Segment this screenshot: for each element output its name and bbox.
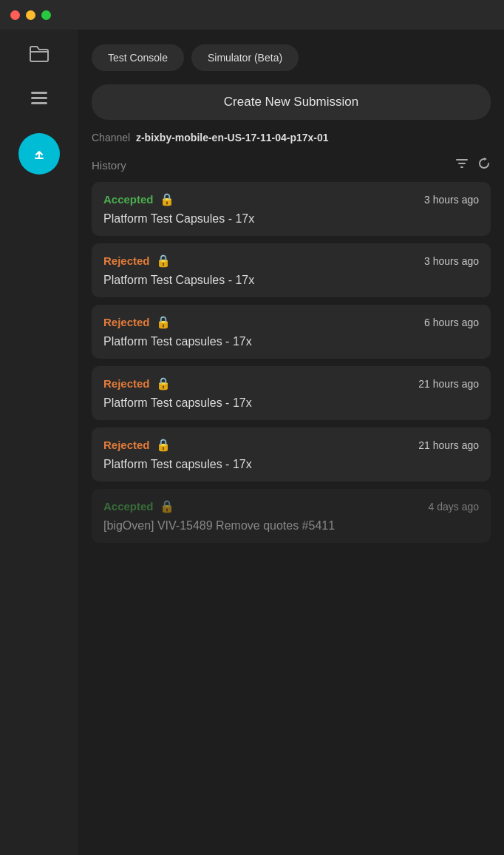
time-label: 21 hours ago [418,439,479,451]
history-title: History [92,159,126,172]
status-container: Accepted 🔒 [103,192,174,206]
status-container: Rejected 🔒 [103,376,171,391]
main-content: Test Console Simulator (Beta) Create New… [78,30,504,855]
channel-value: z-bixby-mobile-en-US-17-11-04-p17x-01 [136,132,329,143]
time-label: 3 hours ago [424,194,479,206]
folder-icon[interactable] [29,44,50,68]
history-item[interactable]: Rejected 🔒 21 hours ago Platform Test ca… [92,366,491,420]
tab-test-console[interactable]: Test Console [92,44,184,71]
status-badge: Rejected [103,439,150,451]
history-list: Accepted 🔒 3 hours ago Platform Test Cap… [92,182,491,543]
item-name: Platform Test capsules - 17x [103,458,479,471]
create-submission-button[interactable]: Create New Submission [92,84,491,120]
lock-icon: 🔒 [156,315,171,329]
lock-icon: 🔒 [156,254,171,268]
minimize-button[interactable] [26,10,35,20]
status-badge: Accepted [103,193,154,206]
titlebar [0,0,504,30]
lock-icon: 🔒 [160,192,174,206]
status-badge: Rejected [103,377,150,390]
status-container: Accepted 🔒 [103,499,174,513]
svg-rect-2 [31,102,47,104]
status-container: Rejected 🔒 [103,315,171,329]
item-name: [bigOven] VIV-15489 Remove quotes #5411 [103,519,479,533]
filter-icon[interactable] [455,157,469,173]
status-badge: Rejected [103,316,150,328]
status-container: Rejected 🔒 [103,254,171,268]
item-name: Platform Test Capsules - 17x [103,274,479,287]
maximize-button[interactable] [41,10,51,20]
svg-rect-1 [31,97,47,99]
history-item[interactable]: Accepted 🔒 3 hours ago Platform Test Cap… [92,182,491,236]
history-item[interactable]: Accepted 🔒 4 days ago [bigOven] VIV-1548… [92,489,491,543]
lock-icon: 🔒 [156,376,171,391]
tab-simulator-beta[interactable]: Simulator (Beta) [191,44,299,71]
channel-label: Channel z-bixby-mobile-en-US-17-11-04-p1… [92,132,491,143]
item-name: Platform Test capsules - 17x [103,335,479,348]
time-label: 4 days ago [429,501,480,513]
history-actions [455,157,491,173]
close-button[interactable] [10,10,20,20]
tabs-container: Test Console Simulator (Beta) [92,44,491,71]
item-name: Platform Test capsules - 17x [103,396,479,410]
time-label: 3 hours ago [424,255,479,267]
time-label: 6 hours ago [424,317,479,328]
history-header: History [92,157,491,173]
time-label: 21 hours ago [418,378,479,390]
status-badge: Rejected [103,254,150,267]
channel-prefix: Channel [92,132,130,143]
history-item[interactable]: Rejected 🔒 3 hours ago Platform Test Cap… [92,243,491,297]
status-badge: Accepted [103,500,154,513]
status-container: Rejected 🔒 [103,438,171,452]
lock-icon: 🔒 [160,499,174,513]
lock-icon: 🔒 [156,438,171,452]
history-item[interactable]: Rejected 🔒 21 hours ago Platform Test ca… [92,428,491,481]
list-icon[interactable] [30,90,49,111]
history-item[interactable]: Rejected 🔒 6 hours ago Platform Test cap… [92,305,491,359]
sidebar [0,30,78,855]
refresh-icon[interactable] [477,157,491,173]
svg-rect-0 [31,92,47,94]
item-name: Platform Test Capsules - 17x [103,212,479,226]
upload-button[interactable] [18,133,60,175]
